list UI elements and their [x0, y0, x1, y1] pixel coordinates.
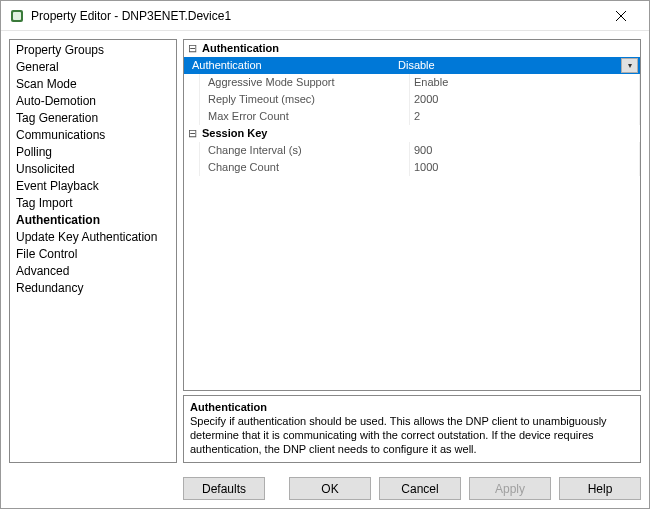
sidebar-item-scan-mode[interactable]: Scan Mode	[10, 76, 176, 93]
property-row[interactable]: AuthenticationDisable▾	[184, 57, 640, 74]
property-section-title: Session Key	[200, 125, 640, 142]
sidebar-item-update-key-authentication[interactable]: Update Key Authentication	[10, 229, 176, 246]
property-row[interactable]: Change Count1000	[184, 159, 640, 176]
window: Property Editor - DNP3ENET.Device1 Prope…	[0, 0, 650, 509]
sidebar-item-communications[interactable]: Communications	[10, 127, 176, 144]
property-value[interactable]: 2	[410, 108, 640, 125]
property-section: ⊟Authentication	[184, 40, 640, 57]
button-row: Defaults OK Cancel Apply Help	[1, 471, 649, 508]
property-section-title: Authentication	[200, 40, 640, 57]
close-button[interactable]	[601, 2, 641, 30]
property-label: Max Error Count	[200, 108, 410, 125]
property-row[interactable]: Max Error Count2	[184, 108, 640, 125]
sidebar-item-unsolicited[interactable]: Unsolicited	[10, 161, 176, 178]
sidebar-item-auto-demotion[interactable]: Auto-Demotion	[10, 93, 176, 110]
collapse-toggle-icon[interactable]: ⊟	[184, 40, 200, 57]
sidebar-item-tag-generation[interactable]: Tag Generation	[10, 110, 176, 127]
sidebar-item-authentication[interactable]: Authentication	[10, 212, 176, 229]
sidebar-item-file-control[interactable]: File Control	[10, 246, 176, 263]
defaults-button[interactable]: Defaults	[183, 477, 265, 500]
property-value[interactable]: 900	[410, 142, 640, 159]
window-title: Property Editor - DNP3ENET.Device1	[31, 9, 601, 23]
property-value[interactable]: 1000	[410, 159, 640, 176]
sidebar-item-advanced[interactable]: Advanced	[10, 263, 176, 280]
ok-button[interactable]: OK	[289, 477, 371, 500]
property-row[interactable]: Aggressive Mode SupportEnable	[184, 74, 640, 91]
sidebar-item-general[interactable]: General	[10, 59, 176, 76]
property-grid: ⊟AuthenticationAuthenticationDisable▾Agg…	[183, 39, 641, 391]
description-box: Authentication Specify if authentication…	[183, 395, 641, 463]
sidebar-item-polling[interactable]: Polling	[10, 144, 176, 161]
sidebar-item-tag-import[interactable]: Tag Import	[10, 195, 176, 212]
description-body: Specify if authentication should be used…	[190, 414, 634, 456]
close-icon	[616, 11, 626, 21]
sidebar-item-redundancy[interactable]: Redundancy	[10, 280, 176, 297]
dropdown-button[interactable]: ▾	[621, 58, 638, 73]
sidebar: Property Groups GeneralScan ModeAuto-Dem…	[9, 39, 177, 463]
property-value[interactable]: Enable	[410, 74, 640, 91]
property-label: Authentication	[184, 57, 394, 74]
property-label: Change Count	[200, 159, 410, 176]
titlebar: Property Editor - DNP3ENET.Device1	[1, 1, 649, 31]
property-label: Change Interval (s)	[200, 142, 410, 159]
svg-rect-1	[13, 12, 21, 20]
apply-button[interactable]: Apply	[469, 477, 551, 500]
property-row[interactable]: Reply Timeout (msec)2000	[184, 91, 640, 108]
app-icon	[9, 8, 25, 24]
sidebar-item-event-playback[interactable]: Event Playback	[10, 178, 176, 195]
chevron-down-icon: ▾	[628, 57, 632, 74]
property-value[interactable]: 2000	[410, 91, 640, 108]
property-row[interactable]: Change Interval (s)900	[184, 142, 640, 159]
property-label: Reply Timeout (msec)	[200, 91, 410, 108]
property-value[interactable]: Disable▾	[394, 57, 640, 74]
main-panel: ⊟AuthenticationAuthenticationDisable▾Agg…	[183, 39, 641, 463]
sidebar-header: Property Groups	[10, 42, 176, 59]
description-title: Authentication	[190, 400, 634, 414]
property-label: Aggressive Mode Support	[200, 74, 410, 91]
help-button[interactable]: Help	[559, 477, 641, 500]
collapse-toggle-icon[interactable]: ⊟	[184, 125, 200, 142]
cancel-button[interactable]: Cancel	[379, 477, 461, 500]
dialog-body: Property Groups GeneralScan ModeAuto-Dem…	[1, 31, 649, 471]
property-section: ⊟Session Key	[184, 125, 640, 142]
